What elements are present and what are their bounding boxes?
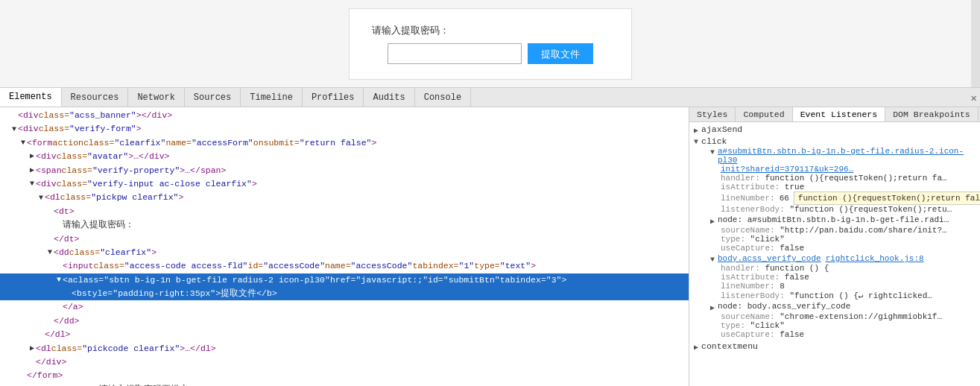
devtools-tab-bar: Elements Resources Network Sources Timel… (0, 88, 980, 107)
html-line: </dl> (0, 328, 689, 341)
node-selector-2: node: body.acss_verify_code (718, 302, 850, 311)
collapse-icon[interactable]: ▼ (30, 178, 34, 190)
collapse-icon[interactable]: ▼ (57, 274, 61, 286)
tooltip: function (){requestToken();return false;… (794, 192, 980, 205)
tab-sources[interactable]: Sources (185, 88, 241, 107)
collapse-icon[interactable]: ▼ (12, 124, 16, 136)
html-line: ▼ <dd class="clearfix"> (0, 246, 689, 259)
html-line-selected[interactable]: ▼ <a class="sbtn b-ig-1n b-get-file radi… (0, 273, 689, 287)
collapse-icon (39, 329, 43, 341)
collapse-icon[interactable]: ▶ (30, 151, 34, 162)
event-name-ajaxsend: ajaxSend (701, 124, 742, 134)
html-line-selected-child: <b style="padding-right:35px">提取文件</b> (0, 287, 689, 300)
event-name-click: click (701, 136, 727, 146)
event-item-contextmenu[interactable]: ▶ contextmenu (689, 341, 980, 352)
html-line: </div> (0, 355, 689, 369)
triangle-icon[interactable]: ▼ (694, 138, 698, 146)
collapse-icon[interactable]: ▶ (30, 165, 34, 177)
triangle-icon[interactable]: ▶ (694, 343, 698, 352)
triangle-icon[interactable]: ▼ (710, 256, 715, 264)
html-line: ▶ <dl class="pickcode clearfix">…</dl> (0, 342, 689, 355)
html-line: </form> (0, 369, 689, 382)
html-line: ▼ <dl class="pickpw clearfix"> (0, 191, 689, 204)
collapse-icon[interactable] (12, 110, 16, 121)
triangle-icon[interactable]: ▶ (710, 217, 715, 226)
html-line: <dt> (0, 205, 689, 218)
event-item-click[interactable]: ▼ click (689, 136, 980, 147)
preview-dialog: 请输入提取密码： 提取文件 (349, 8, 632, 80)
click-handler-2: ▼ body.acss_verify_code rightclick_hook.… (704, 254, 980, 300)
collapse-icon (30, 356, 34, 368)
tab-styles[interactable]: Styles (689, 107, 736, 121)
collapse-icon (48, 315, 52, 327)
html-panel: <div class="acss_banner"></div> ▼ <div c… (0, 107, 689, 386)
html-line: <input class="access-code access-fld" id… (0, 259, 689, 273)
password-label: 请输入提取密码： (372, 24, 449, 37)
collapse-icon[interactable]: ▼ (39, 192, 43, 204)
triangle-icon[interactable]: ▼ (710, 148, 715, 156)
click-selector-link[interactable]: a#submitBtn.sbtn.b-ig-1n.b-get-file.radi… (718, 147, 980, 165)
init-link[interactable]: init?shareid=379117&uk=296… (721, 165, 853, 174)
tab-resources[interactable]: Resources (62, 88, 129, 107)
triangle-icon[interactable]: ▶ (710, 303, 715, 312)
tab-event-listeners[interactable]: Event Listeners (793, 107, 886, 121)
html-line: <div id="tip">(请输入提取密码再提交)</div> (0, 383, 689, 386)
tab-network[interactable]: Network (128, 88, 184, 107)
html-line: </dt> (0, 232, 689, 246)
event-item-ajaxsend[interactable]: ▶ ajaxSend (689, 124, 980, 136)
right-panel: Styles Computed Event Listeners DOM Brea… (689, 107, 980, 386)
tab-audits[interactable]: Audits (364, 88, 414, 107)
collapse-icon (48, 233, 52, 245)
tab-dom-breakpoints[interactable]: DOM Breakpoints (885, 107, 979, 121)
node-selector: node: a#submitBtn.sbtn.b-ig-1n.b-get-fil… (718, 215, 949, 224)
devtools-body: <div class="acss_banner"></div> ▼ <div c… (0, 107, 980, 386)
click-handler-1: ▼ a#submitBtn.sbtn.b-ig-1n.b-get-file.ra… (704, 147, 980, 214)
html-line: </a> (0, 300, 689, 314)
password-row: 提取文件 (388, 43, 593, 64)
triangle-icon[interactable]: ▶ (694, 126, 698, 135)
click-sub-section: ▼ a#submitBtn.sbtn.b-ig-1n.b-get-file.ra… (689, 147, 980, 339)
html-line: <div class="acss_banner"></div> (0, 109, 689, 122)
html-line: </dd> (0, 314, 689, 328)
click-handler-node1: ▶ node: a#submitBtn.sbtn.b-ig-1n.b-get-f… (704, 215, 980, 253)
html-line: ▼ <div class="verify-input ac-close clea… (0, 177, 689, 191)
html-line: ▼ <form action class="clearfix" name="ac… (0, 136, 689, 150)
event-name-contextmenu: contextmenu (701, 341, 758, 351)
tab-computed[interactable]: Computed (736, 107, 792, 121)
collapse-icon[interactable]: ▼ (48, 247, 52, 259)
html-line: ▶ <div class="avatar">…</div> (0, 150, 689, 163)
fetch-button[interactable]: 提取文件 (528, 43, 593, 64)
preview-area: 请输入提取密码： 提取文件 (0, 0, 980, 88)
password-input[interactable] (388, 43, 522, 64)
collapse-icon (57, 260, 61, 272)
tab-console[interactable]: Console (415, 88, 471, 107)
rightclick-hook-link[interactable]: rightclick_hook.js:8 (826, 254, 924, 263)
preview-scrollbar[interactable] (971, 0, 980, 87)
collapse-icon (21, 370, 25, 382)
devtools-close-icon[interactable]: ✕ (971, 91, 977, 104)
collapse-icon[interactable]: ▶ (30, 343, 34, 355)
html-line: 请输入提取密码： (0, 218, 689, 232)
tab-profiles[interactable]: Profiles (303, 88, 364, 107)
right-tab-bar: Styles Computed Event Listeners DOM Brea… (689, 107, 980, 122)
collapse-icon (57, 219, 61, 231)
collapse-icon (57, 302, 61, 314)
click-handler-node2: ▶ node: body.acss_verify_code sourceName… (704, 302, 980, 339)
body-selector-link[interactable]: body.acss_verify_code (718, 254, 821, 263)
collapse-icon (66, 288, 70, 300)
tab-elements[interactable]: Elements (0, 88, 62, 107)
html-line: ▶ <span class="verify-property">…</span> (0, 164, 689, 177)
html-line: ▼ <div class="verify-form"> (0, 122, 689, 136)
tab-timeline[interactable]: Timeline (241, 88, 303, 107)
collapse-icon[interactable] (48, 206, 52, 218)
collapse-icon[interactable]: ▼ (21, 137, 25, 149)
event-listeners-panel: ▶ ajaxSend ▼ click ▼ a#submitBtn.sbtn.b-… (689, 122, 980, 354)
